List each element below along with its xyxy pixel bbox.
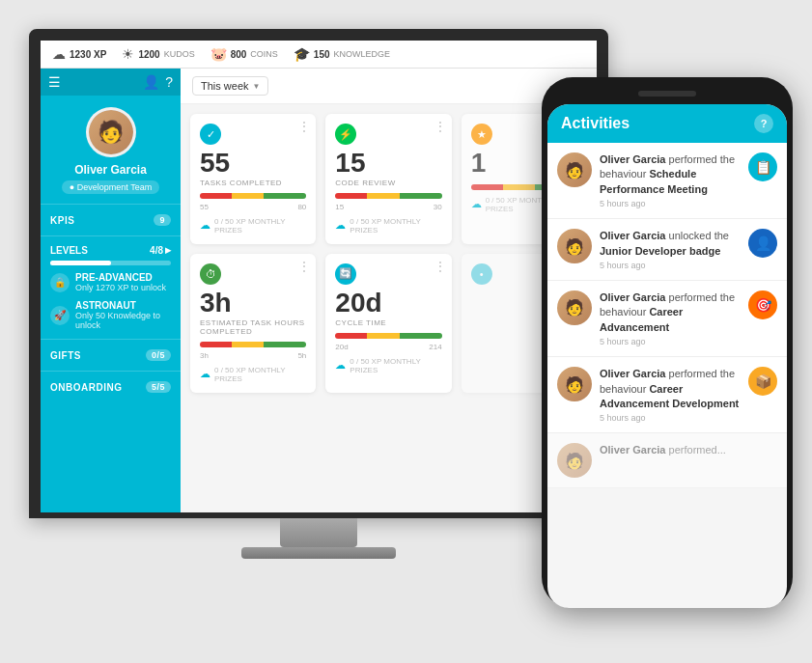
activity-avatar-3: 🧑 xyxy=(557,290,592,325)
user-name: Oliver Garcia xyxy=(74,163,147,177)
kpis-section: KPIS 9 xyxy=(41,204,181,235)
menu-icon[interactable]: ☰ xyxy=(48,74,61,90)
review-max: 30 xyxy=(434,203,442,211)
knowledge-value: 150 xyxy=(314,49,330,60)
activity-badge-2: 👤 xyxy=(748,229,777,258)
xp-value: 1230 XP xyxy=(70,49,106,60)
topbar-coins: 🐷 800 COINS xyxy=(210,46,278,62)
activity-action-5: performed... xyxy=(669,444,726,456)
avatar-image: 🧑 xyxy=(89,110,133,154)
astronaut-unlock: Only 50 Knowledge to unlock xyxy=(75,311,171,330)
pre-advanced-text: PRE-ADVANCED Only 1270 XP to unlock xyxy=(75,272,166,292)
card-review-label: CODE REVIEW xyxy=(335,179,441,187)
activity-time-4: 5 hours ago xyxy=(600,413,741,423)
hours-current: 3h xyxy=(200,351,209,360)
coins-value: 800 xyxy=(231,49,247,60)
card-review-progress xyxy=(335,193,441,199)
tasks-label-current: 55 xyxy=(200,203,209,211)
kpis-badge: 9 xyxy=(154,214,171,226)
card-hours-label: ESTIMATED TASK HOURS COMPLETED xyxy=(200,318,306,336)
review-cloud-icon: ☁ xyxy=(335,219,346,232)
card-review-menu[interactable]: ⋮ xyxy=(434,120,446,133)
kpis-row[interactable]: KPIS 9 xyxy=(50,209,171,231)
card-cycle-menu[interactable]: ⋮ xyxy=(434,260,446,273)
activity-user-4: Oliver Garcia xyxy=(600,368,666,379)
card-partial-icon: ★ xyxy=(471,124,492,145)
gifts-row[interactable]: GIFTS 0/5 xyxy=(50,345,171,366)
activity-badge-1: 📋 xyxy=(748,152,777,181)
card-cycle-value: 20d xyxy=(335,289,441,318)
onboarding-label: ONBOARDING xyxy=(50,382,122,393)
topbar-kudos: ☀ 1200 KUDOS xyxy=(122,46,194,62)
card-cycle-labels: 20d 214 xyxy=(335,343,441,351)
piggy-icon: 🐷 xyxy=(210,46,227,62)
partial-cloud-icon: ☁ xyxy=(471,198,482,210)
topbar-knowledge: 🎓 150 KNOWLEDGE xyxy=(294,46,390,62)
team-badge-dot: ● xyxy=(70,182,77,192)
avatar: 🧑 xyxy=(86,107,136,157)
topbar: ☁ 1230 XP ☀ 1200 KUDOS 🐷 800 COINS 🎓 150… xyxy=(41,41,597,69)
phone-content: 🧑 Oliver Garcia performed the behaviour … xyxy=(547,143,787,608)
activity-user-3: Oliver Garcia xyxy=(600,291,666,303)
gifts-badge: 0/5 xyxy=(146,349,171,361)
activity-body-2: Oliver Garcia unlocked the Junior Develo… xyxy=(600,229,741,270)
filter-label: This week xyxy=(201,80,249,92)
card-tasks-label: TASKS COMPLETED xyxy=(200,179,306,187)
phone-help-button[interactable]: ? xyxy=(754,114,773,133)
card-extra-icon: • xyxy=(471,263,492,285)
scene: ☁ 1230 XP ☀ 1200 KUDOS 🐷 800 COINS 🎓 150… xyxy=(0,0,812,663)
levels-progress xyxy=(50,261,171,265)
card-cycle-footer: ☁ 0 / 50 XP MONTHLY PRIZES xyxy=(335,357,441,374)
team-badge-label: Development Team xyxy=(77,182,152,192)
levels-row[interactable]: LEVELS 4/8 ▶ xyxy=(50,241,171,258)
astronaut-badge: 🚀 ASTRONAUT Only 50 Knowledge to unlock xyxy=(50,296,171,334)
cycle-footer-text: 0 / 50 XP MONTHLY PRIZES xyxy=(350,357,441,374)
filter-select[interactable]: This week ▼ xyxy=(192,76,268,96)
coins-label: COINS xyxy=(250,49,278,59)
tasks-footer-text: 0 / 50 XP MONTHLY PRIZES xyxy=(214,217,306,235)
topbar-xp: ☁ 1230 XP xyxy=(52,46,106,62)
activity-action-2: unlocked the xyxy=(669,230,729,241)
levels-label: LEVELS xyxy=(50,245,88,256)
card-cycle-label: CYCLE TIME xyxy=(335,318,441,327)
card-tasks-menu[interactable]: ⋮ xyxy=(298,120,310,133)
card-hours-progress xyxy=(200,342,306,347)
activity-time-3: 5 hours ago xyxy=(600,337,741,346)
pre-advanced-badge: 🔒 PRE-ADVANCED Only 1270 XP to unlock xyxy=(50,268,171,296)
question-icon[interactable]: ? xyxy=(165,74,173,90)
card-cycle-time: 🔄 ⋮ 20d CYCLE TIME 20d 214 ☁ 0 / xyxy=(325,254,451,393)
phone-notch xyxy=(638,91,696,97)
kudos-value: 1200 xyxy=(138,49,159,60)
activity-text-2: Oliver Garcia unlocked the Junior Develo… xyxy=(600,229,741,259)
levels-value: 4/8 xyxy=(150,245,163,256)
pre-advanced-icon: 🔒 xyxy=(50,273,70,292)
activity-text-1: Oliver Garcia performed the behaviour Sc… xyxy=(600,152,741,197)
kudos-label: KUDOS xyxy=(164,49,195,59)
card-tasks-footer: ☁ 0 / 50 XP MONTHLY PRIZES xyxy=(200,217,306,235)
activity-body-4: Oliver Garcia performed the behaviour Ca… xyxy=(600,367,741,423)
person-icon[interactable]: 👤 xyxy=(143,74,159,90)
card-tasks-value: 55 xyxy=(200,149,306,179)
activity-avatar-4: 🧑 xyxy=(557,367,592,401)
activity-target-2: Junior Developer badge xyxy=(600,245,720,257)
sidebar: ☰ 👤 ? 🧑 Oliver Garcia ● Development Team xyxy=(41,69,181,512)
sidebar-top: ☰ 👤 ? xyxy=(41,69,181,96)
levels-arrow: ▶ xyxy=(165,246,171,255)
card-cycle-icon: 🔄 xyxy=(335,263,356,285)
knowledge-label: KNOWLEDGE xyxy=(334,49,391,59)
cloud-icon: ☁ xyxy=(52,46,66,62)
activity-user-5: Oliver Garcia xyxy=(600,444,666,456)
activity-body-3: Oliver Garcia performed the behaviour Ca… xyxy=(600,290,741,346)
levels-section: LEVELS 4/8 ▶ 🔒 PRE-ADVANC xyxy=(41,235,181,339)
activity-body-1: Oliver Garcia performed the behaviour Sc… xyxy=(600,152,741,208)
levels-progress-fill xyxy=(50,261,111,265)
onboarding-row[interactable]: ONBOARDING 5/5 xyxy=(50,376,171,398)
card-hours-value: 3h xyxy=(200,289,306,318)
astronaut-name: ASTRONAUT xyxy=(75,300,171,311)
card-hours-menu[interactable]: ⋮ xyxy=(298,260,310,273)
monitor: ☁ 1230 XP ☀ 1200 KUDOS 🐷 800 COINS 🎓 150… xyxy=(29,29,608,559)
hours-footer-text: 0 / 50 XP MONTHLY PRIZES xyxy=(214,366,306,383)
main-content: This week ▼ ✓ ⋮ 55 TASKS COMPLETED xyxy=(181,69,597,512)
app-body: ☰ 👤 ? 🧑 Oliver Garcia ● Development Team xyxy=(41,69,597,512)
onboarding-section: ONBOARDING 5/5 xyxy=(41,371,181,402)
